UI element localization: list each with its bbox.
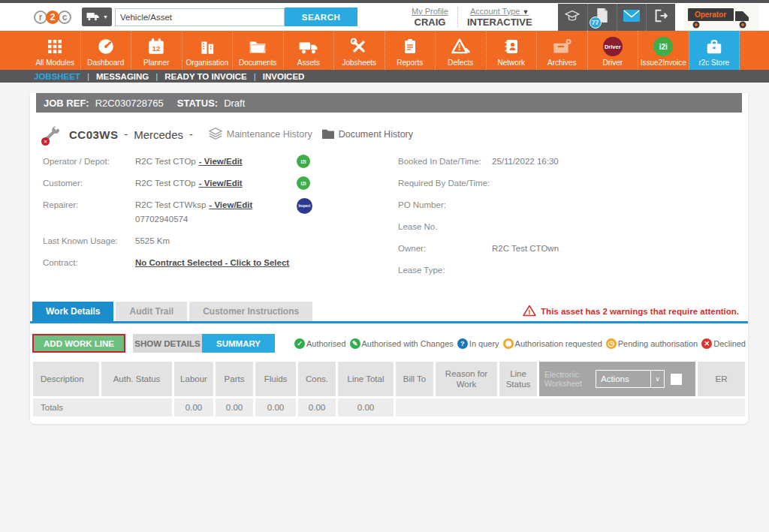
field-last-known-usage: Last Known Usage: 5525 Km: [43, 234, 398, 248]
jobsheet-sub-navigation: JOBSHEET | MESSAGING | READY TO INVOICE …: [0, 70, 769, 83]
document-history-link[interactable]: Document History: [321, 128, 413, 142]
actions-select[interactable]: Actions ∨: [596, 370, 665, 388]
subnav-jobsheet[interactable]: JOBSHEET: [34, 72, 80, 81]
messages-button[interactable]: [617, 4, 646, 31]
archive-drawer-icon: [551, 36, 572, 57]
nav-planner[interactable]: 12 Planner: [131, 31, 182, 70]
grid-icon: [46, 36, 64, 57]
clipboard-icon: [401, 36, 419, 57]
field-value: R2C Test CTOp: [135, 157, 196, 166]
i2i-status-badge[interactable]: i2i: [297, 176, 310, 190]
nav-label: All Modules: [35, 59, 74, 67]
chevron-down-icon: ▼: [523, 8, 529, 16]
documents-notification-button[interactable]: 77: [587, 4, 617, 31]
nav-r2c-store[interactable]: r2c Store: [689, 31, 740, 70]
repairer-phone: 07702940574: [135, 212, 297, 227]
tabs-row: Work Details Audit Trail Customer Instru…: [30, 302, 748, 321]
field-required-by: Required By Date/Time:: [398, 176, 728, 191]
crossed-tools-icon: [349, 36, 369, 57]
col-description: Description: [33, 362, 99, 396]
field-booked-in: Booked In Date/Time: 25/11/2022 16:30: [398, 155, 728, 169]
nav-driver[interactable]: Driver Driver: [588, 31, 639, 70]
field-contract: Contract: No Contract Selected - Click t…: [43, 256, 398, 270]
nav-label: Archives: [547, 59, 576, 67]
nav-defects[interactable]: ! Defects: [436, 31, 487, 70]
view-edit-link[interactable]: - View/Edit: [199, 179, 243, 188]
top-bar: r 2 c ▼ SEARCH My Profile CRAIG Account …: [0, 3, 769, 31]
col-cons: Cons.: [298, 362, 336, 396]
nav-reports[interactable]: Reports: [385, 31, 436, 70]
nav-label: Network: [497, 59, 525, 67]
nav-label: r2c Store: [698, 59, 729, 67]
nav-jobsheets[interactable]: Jobsheets: [334, 31, 385, 70]
col-fluids: Fluids: [255, 362, 296, 396]
field-label: Repairer:: [43, 198, 135, 227]
main-content: JOB REF: R2C030728765 STATUS: Draft ✕ CC…: [0, 83, 769, 424]
logout-button[interactable]: [646, 4, 675, 31]
job-ref-bar: JOB REF: R2C030728765 STATUS: Draft: [36, 93, 742, 113]
my-profile-link[interactable]: My Profile: [412, 7, 448, 16]
subnav-ready-to-invoice[interactable]: READY TO INVOICE: [164, 72, 247, 81]
summary-button[interactable]: SUMMARY: [202, 334, 275, 353]
nav-dashboard[interactable]: Dashboard: [81, 31, 132, 70]
nav-network[interactable]: Network: [487, 31, 538, 70]
tab-work-details[interactable]: Work Details: [32, 302, 113, 321]
r2c-logo: r 2 c: [34, 11, 71, 24]
legend-in-query: ? In query: [457, 338, 499, 349]
nav-label: Documents: [239, 59, 277, 67]
nav-archives[interactable]: Archives: [537, 31, 588, 70]
nav-documents[interactable]: Documents: [233, 31, 284, 70]
legend-authorised: ✓ Authorised: [294, 338, 346, 349]
field-po-number: PO Number:: [398, 198, 728, 212]
maintenance-history-link[interactable]: Maintenance History: [208, 126, 312, 143]
layers-icon: [208, 126, 223, 143]
legend-authorisation-requested: Authorisation requested: [503, 338, 602, 349]
totals-labour: 0.00: [174, 398, 213, 416]
nav-all-modules[interactable]: All Modules: [30, 31, 81, 70]
vehicle-asset-search-input[interactable]: [115, 8, 285, 26]
check-pencil-icon: ✎: [350, 338, 360, 349]
field-label: PO Number:: [398, 198, 492, 212]
asset-warning-message: ! This asset has 2 warnings that require…: [523, 305, 739, 321]
nav-label: Planner: [143, 59, 169, 67]
totals-filler: [396, 398, 745, 416]
account-type-link[interactable]: Account Type ▼: [467, 7, 532, 16]
notification-count-badge: 77: [590, 17, 602, 29]
contract-select-link[interactable]: No Contract Selected - Click to Select: [135, 256, 289, 270]
status-label: STATUS:: [177, 98, 218, 109]
account-type-value: INTERACTIVE: [467, 17, 532, 28]
select-all-checkbox[interactable]: [671, 374, 682, 385]
field-value: R2C Test CTOwn: [492, 242, 559, 256]
view-edit-link[interactable]: - View/Edit: [199, 157, 243, 166]
subnav-invoiced[interactable]: INVOICED: [263, 72, 305, 81]
training-button[interactable]: [558, 4, 587, 31]
operator-logo[interactable]: Operator: [684, 4, 759, 31]
field-operator-depot: Operator / Depot: R2C Test CTOp- View/Ed…: [43, 155, 398, 169]
fields-right-column: Booked In Date/Time: 25/11/2022 16:30 Re…: [398, 155, 728, 285]
nav-label: Dashboard: [87, 59, 124, 67]
show-details-button[interactable]: SHOW DETAILS: [133, 334, 202, 353]
nav-assets[interactable]: Assets: [284, 31, 335, 70]
search-button[interactable]: SEARCH: [285, 8, 357, 26]
totals-row: Totals 0.00 0.00 0.00 0.00 0.00: [33, 398, 745, 416]
job-details-fields: Operator / Depot: R2C Test CTOp- View/Ed…: [43, 155, 748, 285]
totals-label: Totals: [33, 398, 172, 416]
folder-icon: [321, 128, 335, 142]
col-reason-for-work: Reason for Work: [436, 362, 497, 396]
field-value: 5525 Km: [135, 234, 170, 248]
tab-audit-trail[interactable]: Audit Trail: [116, 302, 187, 321]
svg-text:12: 12: [152, 44, 161, 53]
tab-customer-instructions[interactable]: Customer Instructions: [189, 302, 312, 321]
add-work-line-button[interactable]: ADD WORK LINE: [32, 334, 125, 353]
i2i-status-badge[interactable]: i2i: [297, 155, 310, 168]
view-edit-link[interactable]: - View/Edit: [209, 200, 252, 209]
inspect-status-badge[interactable]: Inspect: [297, 198, 312, 214]
divider: [457, 8, 458, 27]
nav-issue2invoice[interactable]: i2i Issue2Invoice: [638, 31, 689, 70]
subnav-messaging[interactable]: MESSAGING: [96, 72, 149, 81]
svg-text:!: !: [529, 308, 531, 316]
auth-status-legend: ✓ Authorised ✎ Authorised with Changes ?…: [291, 338, 746, 349]
nav-organisation[interactable]: Organisation: [182, 31, 234, 70]
logo-letter-c: c: [58, 11, 71, 24]
vehicle-type-dropdown[interactable]: ▼: [82, 8, 112, 26]
